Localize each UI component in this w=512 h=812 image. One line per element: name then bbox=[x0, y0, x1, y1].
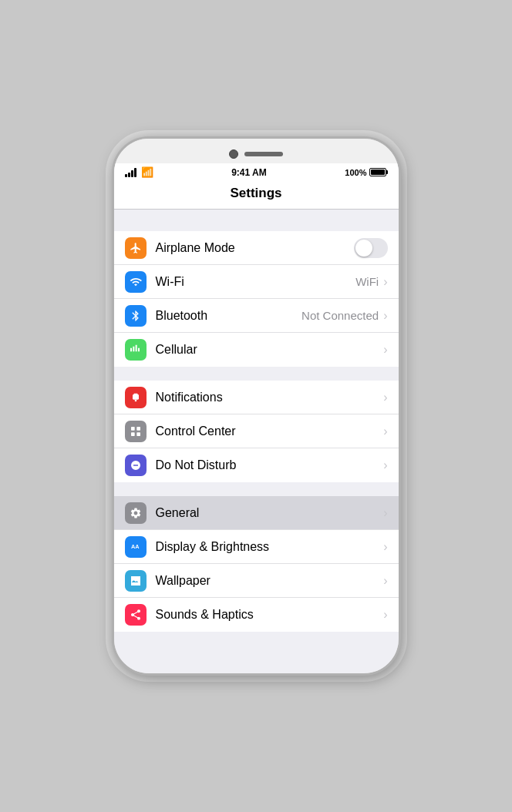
wallpaper-icon bbox=[125, 570, 147, 592]
do-not-disturb-label: Do Not Disturb bbox=[156, 458, 384, 472]
signal-bar-1 bbox=[125, 174, 127, 177]
airplane-mode-toggle-knob bbox=[355, 240, 372, 257]
airplane-mode-icon bbox=[125, 237, 147, 259]
general-icon bbox=[125, 502, 147, 524]
settings-group-appearance: General › AA Display & Brightness › bbox=[114, 496, 399, 632]
airplane-mode-toggle-container bbox=[354, 238, 388, 258]
battery-icon bbox=[369, 168, 388, 176]
settings-row-airplane-mode[interactable]: Airplane Mode bbox=[114, 231, 399, 265]
wallpaper-chevron: › bbox=[383, 574, 387, 588]
sounds-haptics-label: Sounds & Haptics bbox=[156, 608, 384, 622]
phone-frame: 📶 9:41 AM 100% Settings bbox=[112, 136, 401, 676]
settings-row-do-not-disturb[interactable]: Do Not Disturb › bbox=[114, 448, 399, 482]
camera-area bbox=[229, 149, 283, 159]
page-title: Settings bbox=[114, 180, 399, 210]
svg-point-1 bbox=[134, 399, 136, 401]
airplane-mode-toggle[interactable] bbox=[354, 238, 388, 258]
settings-row-general[interactable]: General › bbox=[114, 496, 399, 530]
vol-up-button[interactable] bbox=[112, 266, 113, 297]
section-gap-2 bbox=[114, 367, 399, 381]
notifications-label: Notifications bbox=[156, 391, 384, 404]
screen: 📶 9:41 AM 100% Settings bbox=[114, 163, 399, 673]
battery-fill bbox=[371, 169, 385, 175]
settings-group-connectivity: Airplane Mode Wi-Fi WiFi › bbox=[114, 231, 399, 367]
svg-rect-0 bbox=[133, 394, 139, 400]
settings-group-system: Notifications › Control Center › bbox=[114, 381, 399, 482]
wifi-status-icon: 📶 bbox=[141, 166, 153, 178]
power-button[interactable] bbox=[400, 273, 401, 316]
settings-row-cellular[interactable]: Cellular › bbox=[114, 333, 399, 367]
svg-text:AA: AA bbox=[131, 543, 140, 550]
display-brightness-label: Display & Brightness bbox=[156, 540, 384, 554]
battery-tip bbox=[386, 170, 388, 174]
status-right: 100% bbox=[345, 168, 387, 177]
sounds-haptics-icon bbox=[125, 604, 147, 626]
wallpaper-label: Wallpaper bbox=[156, 574, 384, 588]
settings-row-wallpaper[interactable]: Wallpaper › bbox=[114, 564, 399, 598]
bluetooth-label: Bluetooth bbox=[156, 309, 302, 323]
display-brightness-icon: AA bbox=[125, 536, 147, 558]
status-time: 9:41 AM bbox=[231, 167, 267, 178]
bluetooth-icon bbox=[125, 305, 147, 327]
general-chevron: › bbox=[383, 506, 387, 520]
cellular-chevron: › bbox=[383, 343, 387, 357]
status-left: 📶 bbox=[125, 166, 153, 178]
do-not-disturb-icon bbox=[125, 455, 147, 476]
settings-row-control-center[interactable]: Control Center › bbox=[114, 414, 399, 448]
svg-rect-4 bbox=[136, 427, 140, 431]
general-label: General bbox=[156, 506, 384, 520]
bluetooth-chevron: › bbox=[383, 309, 387, 323]
front-camera bbox=[229, 149, 238, 159]
settings-row-display-brightness[interactable]: AA Display & Brightness › bbox=[114, 530, 399, 564]
battery-percent: 100% bbox=[345, 168, 366, 177]
cellular-icon bbox=[125, 339, 147, 361]
status-bar: 📶 9:41 AM 100% bbox=[114, 163, 399, 180]
sounds-haptics-chevron: › bbox=[383, 608, 387, 622]
signal-bar-3 bbox=[131, 170, 133, 177]
notifications-icon bbox=[125, 387, 147, 408]
settings-row-bluetooth[interactable]: Bluetooth Not Connected › bbox=[114, 299, 399, 333]
wifi-chevron: › bbox=[383, 275, 387, 289]
wifi-label: Wi-Fi bbox=[156, 275, 356, 289]
section-gap-1 bbox=[114, 210, 399, 231]
settings-row-wifi[interactable]: Wi-Fi WiFi › bbox=[114, 265, 399, 299]
svg-rect-3 bbox=[131, 427, 135, 431]
settings-row-notifications[interactable]: Notifications › bbox=[114, 381, 399, 414]
svg-rect-2 bbox=[133, 393, 137, 394]
section-gap-3 bbox=[114, 482, 399, 496]
cellular-label: Cellular bbox=[156, 343, 384, 357]
control-center-chevron: › bbox=[383, 424, 387, 438]
wifi-value: WiFi bbox=[355, 275, 379, 288]
svg-rect-5 bbox=[131, 432, 135, 436]
wifi-icon bbox=[125, 271, 147, 293]
do-not-disturb-chevron: › bbox=[383, 458, 387, 472]
signal-bars bbox=[125, 168, 136, 177]
earpiece-speaker bbox=[244, 152, 283, 156]
airplane-mode-label: Airplane Mode bbox=[156, 241, 354, 255]
svg-rect-6 bbox=[136, 432, 140, 436]
signal-bar-2 bbox=[128, 173, 130, 177]
vol-down-button[interactable] bbox=[112, 304, 113, 335]
notifications-chevron: › bbox=[383, 391, 387, 404]
signal-bar-4 bbox=[134, 168, 136, 177]
bluetooth-value: Not Connected bbox=[301, 309, 379, 322]
settings-row-sounds-haptics[interactable]: Sounds & Haptics › bbox=[114, 598, 399, 632]
control-center-label: Control Center bbox=[156, 424, 384, 438]
display-brightness-chevron: › bbox=[383, 540, 387, 554]
control-center-icon bbox=[125, 421, 147, 442]
phone-top bbox=[114, 139, 399, 163]
